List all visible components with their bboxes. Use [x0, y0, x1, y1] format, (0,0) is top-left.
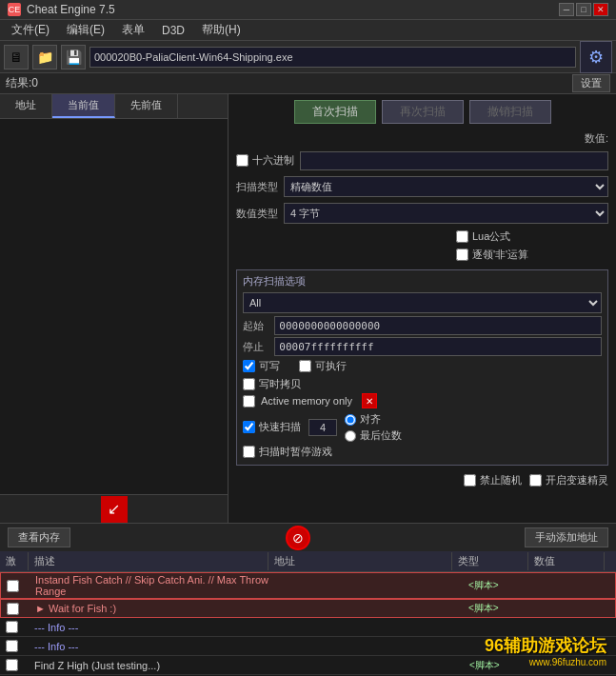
- tab-address[interactable]: 地址: [0, 94, 52, 118]
- value-label: 数值:: [236, 131, 608, 146]
- th-active: 激: [0, 552, 29, 570]
- td-val-0: [539, 585, 615, 587]
- address-tabs: 地址 当前值 先前值: [0, 94, 228, 119]
- td-desc-1: ► Wait for Fish :): [30, 602, 275, 615]
- value-type-label: 数值类型: [236, 207, 278, 221]
- start-row: 起始: [243, 316, 602, 335]
- scan-buttons: 首次扫描 再次扫描 撤销扫描: [236, 100, 608, 124]
- results-count: 结果:0: [6, 75, 38, 91]
- last-digit-radio[interactable]: [345, 430, 356, 442]
- table-header: 激 描述 地址 类型 数值: [0, 551, 616, 572]
- not-op-row: 逐领'非'运算: [456, 248, 608, 262]
- first-scan-button[interactable]: 首次扫描: [294, 100, 376, 124]
- no-random-row: 禁止随机: [464, 473, 522, 487]
- scan-type-select[interactable]: 精确数值: [284, 176, 608, 197]
- end-input[interactable]: [274, 337, 602, 356]
- lua-row: Lua公式: [456, 229, 608, 244]
- menu-bar: 文件(E) 编辑(E) 表单 D3D 帮助(H): [0, 20, 616, 41]
- active-mem-row: Active memory only ✕: [243, 393, 602, 408]
- row-checkbox-1[interactable]: [7, 603, 19, 615]
- close-button[interactable]: ✕: [593, 3, 608, 16]
- start-label: 起始: [243, 319, 268, 333]
- td-active-2: [0, 620, 29, 634]
- menu-file[interactable]: 文件(E): [4, 20, 57, 40]
- align-radio-row: 对齐: [345, 412, 402, 427]
- writable-label: 可写: [259, 359, 280, 373]
- end-row: 停止: [243, 337, 602, 356]
- hex-checkbox[interactable]: [236, 154, 248, 167]
- var-spirit-label: 开启变速精灵: [546, 473, 608, 487]
- executable-row: 可执行: [299, 359, 347, 373]
- last-digit-label: 最后位数: [360, 428, 402, 443]
- bottom-toolbar: 查看内存 ⊘ 手动添加地址: [0, 523, 616, 551]
- x-button[interactable]: ✕: [362, 393, 377, 408]
- pause-label: 扫描时暂停游戏: [259, 445, 332, 459]
- value-input[interactable]: [300, 151, 608, 170]
- start-input[interactable]: [274, 316, 602, 335]
- tab-current[interactable]: 当前值: [52, 94, 115, 118]
- tab-previous[interactable]: 先前值: [115, 94, 178, 118]
- view-mem-button[interactable]: 查看内存: [8, 527, 70, 547]
- window-controls: ─ □ ✕: [559, 3, 608, 16]
- row-checkbox-2[interactable]: [6, 621, 18, 633]
- copy-checkbox[interactable]: [243, 378, 255, 390]
- bottom-right-options: 禁止随机 开启变速精灵: [236, 473, 608, 489]
- hex-checkbox-row: 十六进制: [236, 153, 294, 168]
- td-desc-0: Instand Fish Catch // Skip Catch Ani. //…: [30, 573, 275, 598]
- row-checkbox-4[interactable]: [6, 659, 18, 671]
- td-type-1: <脚本>: [463, 601, 539, 616]
- menu-table[interactable]: 表单: [114, 20, 152, 40]
- settings-button[interactable]: 设置: [572, 74, 610, 92]
- all-select[interactable]: All: [243, 292, 602, 313]
- no-random-checkbox[interactable]: [464, 474, 476, 487]
- row-checkbox-3[interactable]: [6, 640, 18, 652]
- value-type-select[interactable]: 4 字节: [284, 203, 608, 224]
- value-type-row: 数值类型 4 字节: [236, 203, 608, 224]
- var-spirit-checkbox[interactable]: [529, 474, 542, 487]
- results-bar: 结果:0 设置: [0, 73, 616, 94]
- toolbar-folder-btn[interactable]: 📁: [32, 45, 57, 70]
- maximize-button[interactable]: □: [576, 3, 591, 16]
- next-scan-button[interactable]: 再次扫描: [382, 100, 464, 124]
- td-active-4: [0, 658, 29, 672]
- td-desc-3: --- Info ---: [29, 640, 275, 653]
- process-input[interactable]: [89, 47, 576, 68]
- fast-scan-input[interactable]: [308, 419, 337, 436]
- active-mem-checkbox[interactable]: [243, 395, 255, 408]
- arrow-pointer-icon[interactable]: ↙: [101, 496, 128, 523]
- copy-label: 写时拷贝: [259, 377, 301, 391]
- toolbar-computer-btn[interactable]: 🖥: [4, 45, 29, 70]
- td-desc-2: --- Info ---: [29, 621, 275, 634]
- hex-row: 十六进制: [236, 151, 608, 170]
- td-type-0: <脚本>: [463, 578, 539, 593]
- pause-checkbox[interactable]: [243, 446, 255, 458]
- lua-checkbox[interactable]: [456, 230, 468, 243]
- td-addr-1: [275, 607, 463, 609]
- align-radio[interactable]: [345, 414, 356, 426]
- row-checkbox-0[interactable]: [7, 580, 19, 592]
- executable-label: 可执行: [315, 359, 347, 373]
- right-options: Lua公式 逐领'非'运算: [456, 229, 608, 264]
- minimize-button[interactable]: ─: [559, 3, 574, 16]
- left-panel: 地址 当前值 先前值 ↙: [0, 94, 229, 523]
- stop-icon[interactable]: ⊘: [286, 526, 310, 550]
- menu-edit[interactable]: 编辑(E): [59, 20, 112, 40]
- writable-checkbox[interactable]: [243, 360, 255, 372]
- menu-help[interactable]: 帮助(H): [194, 20, 248, 40]
- td-active-1: [1, 602, 30, 616]
- scan-type-row: 扫描类型 精确数值: [236, 176, 608, 197]
- right-options-row: Lua公式 逐领'非'运算: [236, 229, 608, 264]
- radio-options: 对齐 最后位数: [345, 412, 402, 443]
- not-op-checkbox[interactable]: [456, 249, 468, 261]
- add-manually-button[interactable]: 手动添加地址: [525, 527, 608, 547]
- th-val: 数值: [528, 552, 605, 570]
- executable-checkbox[interactable]: [299, 360, 311, 372]
- writable-row: 可写: [243, 359, 280, 373]
- toolbar-save-btn[interactable]: 💾: [61, 45, 86, 70]
- fast-scan-checkbox[interactable]: [243, 421, 255, 433]
- th-type: 类型: [452, 552, 528, 570]
- menu-d3d[interactable]: D3D: [154, 22, 192, 39]
- memory-scan-title: 内存扫描选项: [243, 274, 602, 288]
- undo-scan-button[interactable]: 撤销扫描: [469, 100, 551, 124]
- app-title: Cheat Engine 7.5: [27, 3, 115, 16]
